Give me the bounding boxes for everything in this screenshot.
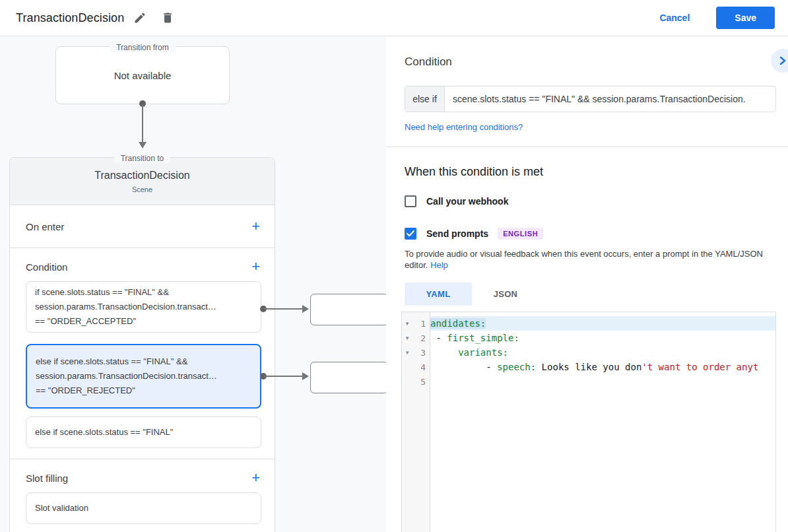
condition-section-header: Condition + [10, 253, 275, 280]
pencil-icon [133, 11, 147, 24]
yaml-editor: ▾1▾2▾345 andidates: - first_simple: vari… [401, 312, 776, 532]
slot-filling-section: Slot filling + Slot validation [10, 459, 275, 532]
gutter-row: ▾1 [402, 316, 430, 331]
feedback-help-text: To provide audio or visual feedback when… [405, 248, 775, 271]
line-number: 2 [412, 333, 430, 343]
slot-filling-section-header: Slot filling + [10, 465, 275, 491]
send-prompts-checkbox[interactable] [405, 228, 416, 240]
card-line: Slot validation [35, 501, 252, 515]
slot-card-list: Slot validation [10, 492, 275, 524]
fold-arrow-icon[interactable]: ▾ [402, 349, 412, 356]
code-line: variants: [430, 345, 775, 360]
chevron-right-icon [778, 56, 787, 65]
gutter-row: ▾3 [402, 345, 430, 360]
condition1-target-box[interactable] [310, 294, 386, 325]
card-line: session.params.TransactionDecision.trans… [35, 300, 252, 314]
line-number: 4 [412, 362, 430, 372]
condition-detail-panel: Condition else if scene.slots.status == … [386, 36, 788, 532]
fold-arrow-icon[interactable]: ▾ [402, 335, 412, 341]
condition1-connector-line [264, 308, 302, 310]
condition-card[interactable]: else if scene.slots.status == "FINAL" &&… [26, 344, 261, 409]
scene-editor-window: TransactionDecision Cancel Save Transiti… [0, 0, 788, 532]
code-segment: - [430, 333, 447, 343]
connector-line [142, 104, 143, 142]
trash-icon [161, 11, 174, 24]
language-badge: ENGLISH [498, 228, 543, 240]
tab-yaml[interactable]: YAML [405, 283, 472, 306]
condition-section-label: Condition [26, 261, 67, 273]
transition-from-box[interactable]: Transition from Not available [55, 46, 230, 104]
transition-to-box: Transition to TransactionDecision Scene … [9, 157, 275, 532]
code-segment [430, 347, 458, 358]
transition-from-legend: Transition from [56, 41, 229, 53]
gutter-row: 4 [402, 360, 430, 374]
code-line: - first_simple: [430, 331, 775, 345]
tab-json[interactable]: JSON [472, 283, 539, 306]
feedback-text-body: To provide audio or visual feedback when… [405, 249, 763, 270]
code-segment: andidates: [430, 318, 486, 329]
add-slot-button[interactable]: + [251, 471, 260, 484]
slot-card[interactable]: Slot validation [26, 492, 261, 524]
call-webhook-label: Call your webhook [426, 196, 508, 207]
card-line: == "ORDER_ACCEPTED" [35, 314, 252, 329]
arrow-down-icon [139, 142, 147, 149]
help-link[interactable]: Help [430, 260, 448, 270]
code-segment: - [430, 362, 497, 372]
scene-diagram-canvas: Transition from Not available Transition… [0, 36, 386, 532]
send-prompts-row: Send prompts ENGLISH [405, 228, 543, 240]
condition-expression-input[interactable]: scene.slots.status == "FINAL" && session… [445, 86, 775, 112]
on-enter-row: On enter + [10, 205, 275, 248]
code-segment: variants: [458, 347, 508, 358]
condition-input-row: else if scene.slots.status == "FINAL" &&… [405, 86, 776, 112]
add-on-enter-button[interactable]: + [251, 220, 260, 233]
condition2-target-box[interactable] [310, 362, 386, 393]
code-line: andidates: [430, 316, 775, 331]
checkmark-icon [407, 230, 414, 237]
condition-card[interactable]: if scene.slots.status == "FINAL" &&sessi… [26, 281, 261, 333]
code-segment: Looks like you don [536, 362, 641, 372]
code-segment: first_simple: [447, 333, 519, 343]
send-prompts-label: Send prompts [426, 228, 488, 239]
code-segment: speech: [497, 362, 536, 372]
when-met-title: When this condition is met [405, 165, 543, 179]
editor-tabs: YAMLJSON [405, 283, 539, 306]
fold-arrow-icon[interactable]: ▾ [402, 320, 412, 327]
panel-divider [386, 147, 788, 147]
arrow-right-icon [302, 305, 309, 313]
condition-section: Condition + if scene.slots.status == "FI… [10, 248, 275, 459]
scene-header[interactable]: TransactionDecision Scene [10, 158, 275, 205]
gutter-row: 5 [402, 374, 430, 389]
editor-gutter: ▾1▾2▾345 [402, 312, 430, 532]
cancel-button[interactable]: Cancel [649, 7, 700, 28]
webhook-row: Call your webhook [405, 195, 508, 207]
delete-scene-button[interactable] [156, 6, 180, 30]
condition2-connector-line [264, 376, 302, 377]
card-line: if scene.slots.status == "FINAL" && [35, 285, 252, 300]
gutter-row: ▾2 [402, 331, 430, 345]
condition-prefix: else if [405, 86, 445, 112]
on-enter-label: On enter [26, 221, 64, 232]
slot-filling-section-label: Slot filling [26, 473, 68, 484]
add-condition-button[interactable]: + [251, 260, 260, 273]
scene-type-label: Scene [132, 185, 152, 193]
code-line [430, 374, 775, 389]
code-segment: 't want to order anyt [641, 362, 758, 372]
save-button[interactable]: Save [716, 7, 775, 29]
editor-code-area[interactable]: andidates: - first_simple: variants: - s… [430, 312, 775, 532]
page-title: TransactionDecision [16, 11, 124, 25]
card-line: session.params.TransactionDecision.trans… [36, 369, 251, 383]
condition-panel-title: Condition [405, 55, 452, 69]
line-number: 3 [412, 348, 430, 358]
code-line: - speech: Looks like you don't want to o… [430, 360, 775, 374]
conditions-help-link[interactable]: Need help entering conditions? [405, 122, 523, 132]
card-line: == "ORDER_REJECTED" [36, 383, 251, 398]
card-line: else if scene.slots.status == "FINAL" [35, 425, 252, 440]
line-number: 1 [412, 319, 430, 329]
condition-card-list: if scene.slots.status == "FINAL" &&sessi… [10, 281, 275, 448]
line-number: 5 [412, 377, 430, 387]
call-webhook-checkbox[interactable] [405, 195, 416, 207]
edit-title-button[interactable] [128, 6, 152, 30]
collapse-panel-button[interactable] [771, 49, 788, 73]
condition-card[interactable]: else if scene.slots.status == "FINAL" [26, 416, 261, 448]
transition-from-value: Not available [114, 70, 172, 81]
